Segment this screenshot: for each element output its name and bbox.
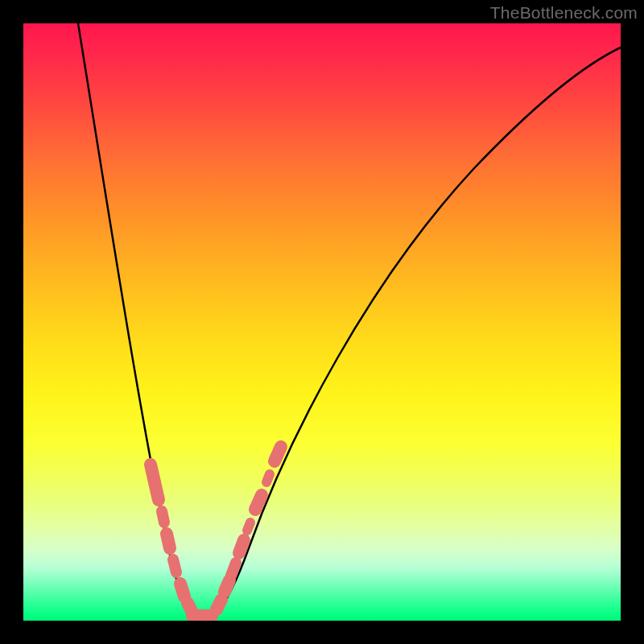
bead <box>266 474 270 482</box>
bead <box>217 600 221 609</box>
bead <box>255 495 262 510</box>
bead <box>167 534 170 548</box>
bead <box>275 447 281 461</box>
bead <box>180 584 184 597</box>
chart-svg <box>23 23 621 621</box>
bead <box>231 563 236 576</box>
bottleneck-curve <box>78 23 621 621</box>
bead <box>155 482 159 500</box>
bead <box>162 511 164 522</box>
chart-plot-area <box>23 23 621 621</box>
bead <box>247 522 250 530</box>
bead <box>225 580 229 592</box>
bead-group <box>151 447 281 616</box>
watermark-label: TheBottleneck.com <box>490 3 638 23</box>
bead <box>173 559 176 572</box>
bead <box>239 540 244 553</box>
